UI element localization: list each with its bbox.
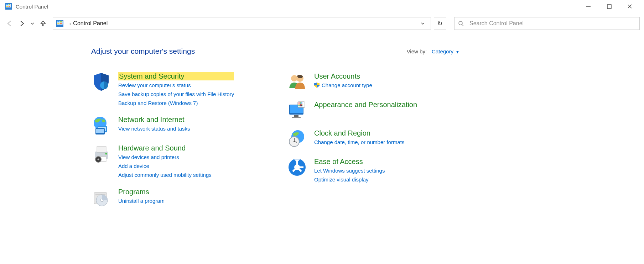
svg-rect-3 bbox=[9, 4, 10, 5]
category-title-link[interactable]: Hardware and Sound bbox=[118, 144, 212, 152]
category-sublink[interactable]: Review your computer's status bbox=[118, 81, 234, 89]
maximize-button[interactable] bbox=[604, 1, 614, 11]
category-title-link[interactable]: Programs bbox=[118, 188, 165, 196]
address-dropdown-button[interactable] bbox=[421, 21, 431, 26]
category-text-group: Clock and RegionChange date, time, or nu… bbox=[314, 129, 404, 149]
control-panel-icon bbox=[5, 3, 12, 10]
svg-rect-40 bbox=[294, 115, 298, 117]
svg-rect-14 bbox=[57, 23, 59, 24]
category-text-group: Hardware and SoundView devices and print… bbox=[118, 144, 212, 179]
people-icon bbox=[287, 72, 307, 92]
category-sublink[interactable]: Backup and Restore (Windows 7) bbox=[118, 99, 234, 107]
category-hardware-and-sound: Hardware and SoundView devices and print… bbox=[91, 144, 262, 179]
svg-point-56 bbox=[294, 141, 295, 142]
svg-point-30 bbox=[98, 159, 99, 160]
category-sublink[interactable]: Uninstall a program bbox=[118, 197, 165, 205]
category-sublink[interactable]: Adjust commonly used mobility settings bbox=[118, 171, 212, 179]
printer-icon bbox=[91, 144, 111, 164]
category-sublink[interactable]: View devices and printers bbox=[118, 153, 212, 161]
svg-point-27 bbox=[105, 153, 107, 155]
titlebar: Control Panel bbox=[0, 0, 644, 13]
category-text-group: ProgramsUninstall a program bbox=[118, 188, 165, 207]
category-appearance-and-personalization: Appearance and Personalization bbox=[287, 100, 444, 120]
category-network-and-internet: Network and InternetView network status … bbox=[91, 115, 262, 135]
category-title-link[interactable]: Ease of Access bbox=[314, 157, 385, 166]
page-heading: Adjust your computer's settings bbox=[91, 47, 195, 56]
shield-icon bbox=[91, 72, 111, 92]
category-title-link[interactable]: Clock and Region bbox=[314, 129, 404, 137]
svg-rect-4 bbox=[6, 6, 8, 7]
monitor-icon bbox=[287, 100, 307, 120]
category-title-link[interactable]: System and Security bbox=[118, 72, 234, 80]
chevron-down-icon: ▼ bbox=[456, 50, 459, 54]
svg-rect-45 bbox=[301, 102, 302, 104]
category-sublink[interactable]: Change account type bbox=[314, 81, 372, 89]
view-by-value[interactable]: Category bbox=[432, 48, 453, 54]
category-ease-of-access: Ease of AccessLet Windows suggest settin… bbox=[287, 157, 444, 184]
search-input[interactable] bbox=[469, 20, 636, 27]
svg-rect-5 bbox=[9, 6, 10, 7]
svg-rect-44 bbox=[300, 102, 301, 104]
category-title-link[interactable]: Network and Internet bbox=[118, 115, 190, 124]
svg-rect-48 bbox=[301, 104, 302, 105]
category-sublink[interactable]: View network status and tasks bbox=[118, 125, 190, 133]
svg-rect-2 bbox=[6, 4, 8, 5]
ease-icon bbox=[287, 157, 307, 177]
categories-grid: System and SecurityReview your computer'… bbox=[91, 72, 644, 207]
category-sublink[interactable]: Change date, time, or number formats bbox=[314, 138, 404, 146]
view-by-label: View by: bbox=[407, 48, 427, 54]
category-programs: ProgramsUninstall a program bbox=[91, 188, 262, 207]
svg-point-58 bbox=[294, 164, 300, 170]
search-icon bbox=[458, 21, 464, 26]
svg-line-17 bbox=[462, 25, 463, 26]
up-button[interactable] bbox=[38, 19, 48, 28]
address-location[interactable]: Control Panel bbox=[73, 20, 108, 27]
svg-rect-41 bbox=[292, 117, 301, 118]
svg-rect-46 bbox=[298, 104, 300, 105]
categories-right-column: User AccountsChange account typeAppearan… bbox=[287, 72, 444, 207]
chevron-right-icon[interactable]: › bbox=[69, 21, 71, 26]
category-system-and-security: System and SecurityReview your computer'… bbox=[91, 72, 262, 107]
svg-rect-49 bbox=[298, 105, 300, 106]
search-box[interactable] bbox=[454, 17, 640, 30]
disc-icon bbox=[91, 188, 111, 207]
svg-rect-50 bbox=[300, 105, 301, 106]
view-by-control[interactable]: View by: Category ▼ bbox=[407, 48, 459, 54]
svg-rect-15 bbox=[60, 23, 62, 24]
content-header: Adjust your computer's settings View by:… bbox=[91, 47, 459, 56]
category-user-accounts: User AccountsChange account type bbox=[287, 72, 444, 92]
category-sublink[interactable]: Save backup copies of your files with Fi… bbox=[118, 90, 234, 98]
category-text-group: Network and InternetView network status … bbox=[118, 115, 190, 135]
svg-rect-7 bbox=[607, 5, 611, 9]
category-text-group: Appearance and Personalization bbox=[314, 100, 417, 120]
categories-left-column: System and SecurityReview your computer'… bbox=[91, 72, 262, 207]
globe-icon bbox=[91, 115, 111, 135]
content-area: Adjust your computer's settings View by:… bbox=[0, 35, 644, 207]
clock-globe-icon bbox=[287, 129, 307, 149]
window-title: Control Panel bbox=[16, 4, 48, 10]
svg-rect-25 bbox=[97, 147, 106, 152]
back-button[interactable] bbox=[5, 19, 14, 28]
category-sublink[interactable]: Optimize visual display bbox=[314, 176, 385, 184]
category-sublink[interactable]: Add a device bbox=[118, 162, 212, 170]
close-button[interactable] bbox=[625, 1, 635, 11]
svg-point-16 bbox=[459, 21, 462, 25]
svg-rect-23 bbox=[96, 129, 104, 133]
category-text-group: System and SecurityReview your computer'… bbox=[118, 72, 234, 107]
address-bar[interactable]: › Control Panel bbox=[53, 17, 431, 30]
address-control-panel-icon bbox=[55, 19, 64, 28]
category-title-link[interactable]: User Accounts bbox=[314, 72, 372, 80]
svg-rect-51 bbox=[301, 105, 302, 106]
minimize-button[interactable] bbox=[583, 1, 593, 11]
forward-button[interactable] bbox=[17, 19, 26, 28]
nav-row: › Control Panel ↻ bbox=[0, 13, 644, 35]
category-sublink[interactable]: Let Windows suggest settings bbox=[314, 167, 385, 175]
svg-rect-47 bbox=[300, 104, 301, 105]
category-title-link[interactable]: Appearance and Personalization bbox=[314, 100, 417, 109]
category-text-group: Ease of AccessLet Windows suggest settin… bbox=[314, 157, 385, 184]
svg-rect-12 bbox=[57, 21, 59, 22]
recent-locations-button[interactable] bbox=[29, 19, 36, 28]
window-controls bbox=[583, 1, 641, 11]
category-clock-and-region: Clock and RegionChange date, time, or nu… bbox=[287, 129, 444, 149]
refresh-button[interactable]: ↻ bbox=[434, 17, 446, 30]
